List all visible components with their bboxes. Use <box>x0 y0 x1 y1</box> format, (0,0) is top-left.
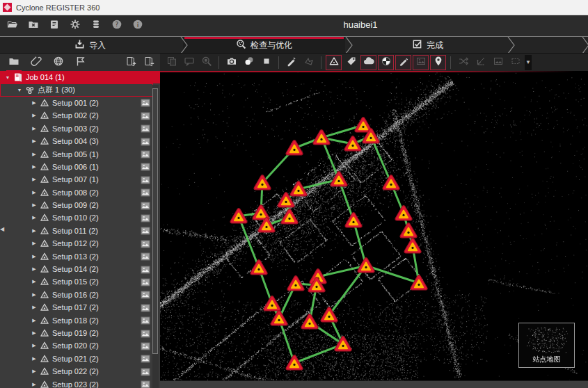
setup-marker[interactable] <box>322 309 336 321</box>
pano-thumb-icon[interactable] <box>140 302 150 313</box>
tree-row-setup[interactable]: ▶Setup 008 (2) <box>0 186 160 199</box>
close-project-button[interactable] <box>25 17 41 33</box>
help-button[interactable]: ? <box>109 17 125 33</box>
nav-arrows-button[interactable] <box>301 55 317 70</box>
tree-row-setup[interactable]: ▶Setup 006 (1) <box>0 161 160 173</box>
labels-visibility-button[interactable] <box>343 55 359 70</box>
tree-row-setup[interactable]: ▶Setup 017 (2) <box>0 301 160 314</box>
expand-caret-icon[interactable]: ▶ <box>31 356 38 362</box>
expand-caret-icon[interactable]: ▶ <box>31 177 38 182</box>
tree-row-setup[interactable]: ▶Setup 009 (2) <box>0 199 160 211</box>
minimap[interactable]: 站点地图 <box>518 323 575 368</box>
setup-marker[interactable] <box>287 142 301 154</box>
transform-button[interactable] <box>472 55 488 70</box>
setup-link-line[interactable] <box>366 266 419 283</box>
pointcloud-visibility-button[interactable] <box>360 55 376 70</box>
tree-row-setup[interactable]: ▶Setup 011 (2) <box>0 225 160 237</box>
expand-caret-icon[interactable]: ▶ <box>31 330 38 336</box>
tree-row-setup[interactable]: ▶Setup 021 (2) <box>0 353 160 365</box>
info-button[interactable]: i <box>129 17 145 33</box>
setup-marker[interactable] <box>332 173 346 185</box>
setup-marker[interactable] <box>359 259 373 271</box>
pano-thumb-icon[interactable] <box>140 136 150 147</box>
targets-visibility-button[interactable] <box>378 55 394 70</box>
setup-marker[interactable] <box>346 138 360 149</box>
expand-caret-icon[interactable]: ▶ <box>31 241 38 246</box>
tree-row-cluster[interactable]: ▼点群 1 (30) <box>0 83 153 96</box>
tree-row-setup[interactable]: ▶Setup 001 (2) <box>0 97 160 109</box>
expand-caret-icon[interactable]: ▶ <box>31 190 38 195</box>
tree-row-setup[interactable]: ▶Setup 010 (2) <box>0 211 160 224</box>
expand-caret-icon[interactable]: ▶ <box>31 343 38 348</box>
pano-thumb-icon[interactable] <box>140 366 150 377</box>
setup-marker[interactable] <box>397 207 411 219</box>
expand-caret-icon[interactable]: ▶ <box>31 164 38 170</box>
tree-row-setup[interactable]: ▶Setup 003 (2) <box>0 122 160 135</box>
tree-row-setup[interactable]: ▶Setup 012 (2) <box>0 237 160 250</box>
tree-row-setup[interactable]: ▶Setup 005 (1) <box>0 147 160 160</box>
setup-marker[interactable] <box>254 207 268 218</box>
tree-row-job[interactable]: ▼Job 014 (1) <box>0 71 160 83</box>
pano-thumb-icon[interactable] <box>140 379 150 388</box>
pano-thumb-icon[interactable] <box>140 341 150 351</box>
setup-marker[interactable] <box>336 338 350 350</box>
expand-caret-icon[interactable]: ▶ <box>31 228 38 234</box>
pano-thumb-icon[interactable] <box>140 264 150 275</box>
setup-marker[interactable] <box>283 211 296 223</box>
tree-row-setup[interactable]: ▶Setup 019 (2) <box>0 327 160 339</box>
colors-button[interactable] <box>241 55 257 70</box>
tab-review-optimize[interactable]: 检查与优化 <box>183 37 345 54</box>
storage-stack-button[interactable] <box>88 17 104 33</box>
tab-import[interactable]: 导入 <box>0 37 180 54</box>
setup-marker[interactable] <box>272 312 286 324</box>
camera-button[interactable] <box>223 55 239 70</box>
collapse-caret-icon[interactable]: ▼ <box>4 75 11 80</box>
sidebar-folder-tab[interactable] <box>6 54 22 71</box>
setup-marker[interactable] <box>232 210 246 222</box>
setups-visibility-button[interactable] <box>326 55 342 70</box>
tree-row-setup[interactable]: ▶Setup 015 (2) <box>0 275 160 288</box>
pano-thumb-icon[interactable] <box>140 161 150 172</box>
expand-caret-icon[interactable]: ▶ <box>31 152 38 157</box>
expand-caret-icon[interactable]: ▶ <box>31 266 38 272</box>
expand-caret-icon[interactable]: ▶ <box>31 126 38 131</box>
expand-caret-icon[interactable]: ▶ <box>31 279 38 284</box>
tree-row-setup[interactable]: ▶Setup 014 (2) <box>0 263 160 275</box>
setup-marker[interactable] <box>289 277 303 289</box>
pano-thumb-icon[interactable] <box>140 277 150 287</box>
tree-row-setup[interactable]: ▶Setup 018 (2) <box>0 314 160 326</box>
collapse-caret-icon[interactable]: ▼ <box>16 88 23 92</box>
setup-marker[interactable] <box>384 177 398 188</box>
measure-button[interactable] <box>283 55 299 70</box>
pages-button[interactable] <box>164 55 180 70</box>
import-card-button[interactable] <box>46 17 62 33</box>
setup-marker[interactable] <box>402 225 415 236</box>
expand-caret-icon[interactable]: ▶ <box>31 318 38 323</box>
geotags-visibility-button[interactable] <box>430 55 446 70</box>
expand-caret-icon[interactable]: ▶ <box>31 254 38 259</box>
images-visibility-button[interactable] <box>413 55 429 70</box>
pano-thumb-icon[interactable] <box>140 225 150 236</box>
expand-caret-icon[interactable]: ▶ <box>31 305 38 310</box>
tree-row-setup[interactable]: ▶Setup 007 (1) <box>0 173 160 186</box>
sitemap-viewport[interactable]: 站点地图 <box>160 71 588 388</box>
pano-thumb-icon[interactable] <box>140 149 150 159</box>
tree-row-setup[interactable]: ▶Setup 013 (2) <box>0 250 160 262</box>
tree-scrollbar-thumb[interactable] <box>152 88 158 354</box>
setup-marker[interactable] <box>356 119 370 131</box>
setup-marker[interactable] <box>315 131 328 143</box>
tree-row-setup[interactable]: ▶Setup 016 (2) <box>0 289 160 301</box>
sidebar-paperclip-tab[interactable] <box>28 54 45 71</box>
image-frame-button[interactable] <box>490 55 506 70</box>
stop-square-button[interactable] <box>258 55 274 70</box>
pano-thumb-icon[interactable] <box>140 239 150 249</box>
pano-thumb-icon[interactable] <box>140 289 150 300</box>
pano-thumb-icon[interactable] <box>140 251 150 261</box>
setup-marker[interactable] <box>252 261 266 273</box>
tree-scrollbar[interactable] <box>152 85 159 388</box>
bundle-remove-button[interactable] <box>141 54 157 71</box>
tab-finish[interactable]: 完成 <box>348 37 507 54</box>
open-project-button[interactable] <box>4 17 20 33</box>
pano-thumb-icon[interactable] <box>140 200 150 211</box>
expand-caret-icon[interactable]: ▶ <box>31 369 38 374</box>
